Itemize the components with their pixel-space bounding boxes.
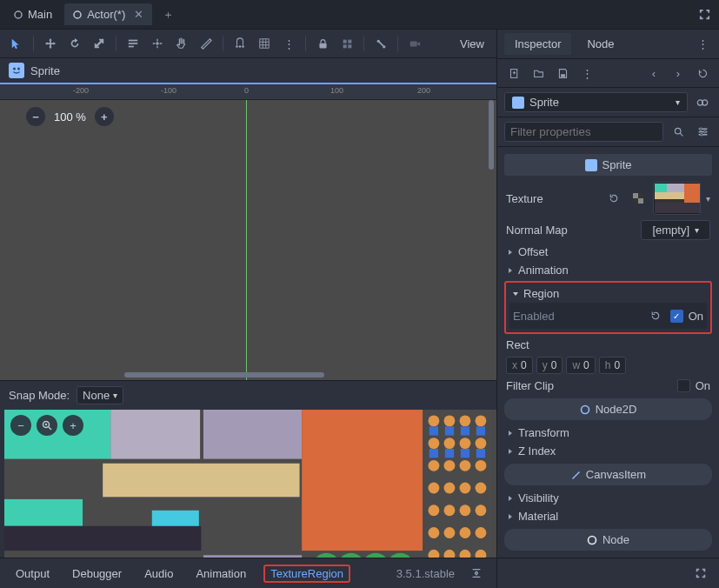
filter-properties-input[interactable] [504,122,663,142]
fold-material[interactable]: Material [504,507,712,525]
svg-rect-72 [445,426,454,435]
viewport-scrollbar-h[interactable] [124,372,324,378]
group-icon[interactable] [337,34,356,53]
fold-animation[interactable]: Animation [504,261,712,279]
tex-zoom-in-button[interactable]: + [63,415,83,436]
pan-tool-icon[interactable] [172,34,191,53]
rect-y-input[interactable]: y0 [536,357,563,374]
texture-region-panel[interactable]: − + [0,410,496,558]
tab-label: Main [28,8,52,21]
zoom-level[interactable]: 100 % [54,110,86,124]
extra-menu-icon[interactable]: ⋮ [577,63,596,83]
search-icon[interactable] [669,123,688,142]
add-tab-button[interactable]: ＋ [156,3,181,26]
tab-main[interactable]: Main [5,3,61,25]
zoom-out-button[interactable]: − [26,107,45,126]
filter-clip-checkbox[interactable] [677,379,690,392]
zoom-in-button[interactable]: + [95,107,114,126]
close-icon[interactable]: ✕ [134,8,143,21]
svg-point-49 [460,460,471,471]
override-camera-icon[interactable] [405,34,424,53]
class-header-node2d[interactable]: Node2D [504,398,712,420]
class-header-node[interactable]: Node [504,529,712,551]
pivot-tool-icon[interactable] [148,34,167,53]
rect-w-input[interactable]: w0 [566,357,595,374]
svg-rect-16 [410,41,417,46]
y-axis-line [246,100,247,380]
rect-h-input[interactable]: h0 [599,357,626,374]
viewport-scrollbar-v[interactable] [489,100,494,170]
history-next-icon[interactable]: › [669,63,688,83]
svg-point-54 [476,483,487,494]
canvas-viewport[interactable]: -200 -100 0 100 200 300 − 100 % + [0,84,496,380]
class-header-sprite[interactable]: Sprite [504,154,712,176]
svg-rect-3 [129,43,138,44]
svg-point-47 [429,460,440,471]
bottom-tab-output[interactable]: Output [10,565,55,583]
region-enabled-checkbox[interactable]: ✓ [670,310,683,323]
ruler-tool-icon[interactable] [196,34,216,53]
svg-point-55 [429,504,440,516]
class-header-canvasitem[interactable]: CanvasItem [504,464,712,485]
rotate-tool-icon[interactable] [65,34,84,53]
snap-mode-select[interactable]: None▾ [77,386,123,404]
bottom-tab-audio[interactable]: Audio [139,565,178,583]
new-resource-icon[interactable] [504,63,523,83]
grid-snap-icon[interactable] [255,34,274,53]
bottom-tab-debugger[interactable]: Debugger [67,565,127,583]
svg-point-58 [476,504,487,516]
fold-offset[interactable]: Offset [504,243,712,261]
texture-dropdown-icon[interactable]: ▾ [706,194,710,204]
version-label: 3.5.1.stable [396,567,455,580]
node-tab[interactable]: Node [576,33,624,55]
prop-normalmap-label: Normal Map [506,224,636,237]
bottom-tab-animation[interactable]: Animation [190,565,251,583]
snap-mode-label: Snap Mode: [9,389,70,402]
move-tool-icon[interactable] [41,34,60,53]
snap-options-icon[interactable] [230,34,250,53]
revert-enabled-icon[interactable] [646,306,665,325]
svg-rect-29 [110,410,200,459]
bottom-tab-textureregion[interactable]: TextureRegion [263,565,350,583]
select-tool-icon[interactable] [7,34,26,53]
svg-rect-71 [429,426,438,435]
fold-transform[interactable]: Transform [504,424,712,442]
history-icon[interactable] [693,63,712,83]
prop-rect-label: Rect [504,336,712,354]
svg-point-45 [460,438,471,449]
tab-actor[interactable]: Actor(*) ✕ [64,3,152,25]
scale-tool-icon[interactable] [90,34,109,53]
tex-zoom-reset-button[interactable] [37,415,57,436]
history-prev-icon[interactable]: ‹ [644,63,663,83]
rect-x-input[interactable]: x0 [506,357,533,374]
list-select-icon[interactable] [123,34,143,53]
fold-region[interactable]: Region [509,284,707,303]
svg-point-44 [444,438,456,449]
collapse-panel-icon[interactable] [467,564,486,583]
revert-texture-icon[interactable] [604,189,623,208]
save-resource-icon[interactable] [553,63,572,83]
lock-icon[interactable] [313,34,332,53]
fold-visibility[interactable]: Visibility [504,489,712,507]
inspector-node-select[interactable]: Sprite ▾ [504,92,688,112]
skeleton-icon[interactable] [371,34,390,53]
view-menu[interactable]: View [455,37,489,50]
normalmap-select[interactable]: [empty]▾ [641,220,710,240]
tex-zoom-out-button[interactable]: − [10,415,31,436]
fold-zindex[interactable]: Z Index [504,442,712,460]
svg-rect-85 [561,74,565,77]
node-icon [587,535,597,545]
inspector-tab[interactable]: Inspector [504,33,571,55]
svg-point-94 [700,133,702,136]
svg-point-18 [17,68,20,70]
open-docs-icon[interactable] [693,93,712,112]
svg-point-40 [444,415,456,426]
expand-bottom-icon[interactable] [691,564,710,583]
distraction-free-icon[interactable] [695,5,714,24]
texture-preview[interactable] [653,182,701,215]
settings-icon[interactable] [693,123,712,142]
inspector-menu-icon[interactable]: ⋮ [693,35,712,54]
sprite-origin-gizmo[interactable] [240,379,254,380]
snap-menu-icon[interactable]: ⋮ [279,34,298,53]
open-resource-icon[interactable] [529,63,548,83]
